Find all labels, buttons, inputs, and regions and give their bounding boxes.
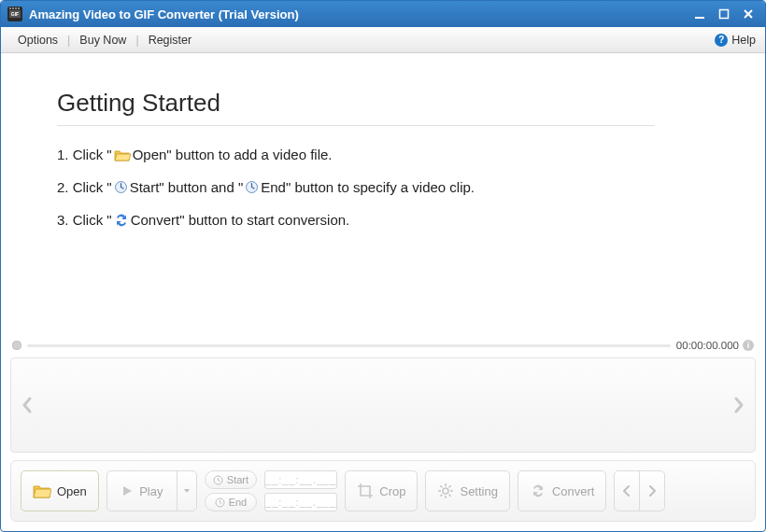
svg-rect-5 xyxy=(18,7,20,9)
filmstrip xyxy=(10,357,756,453)
svg-rect-8 xyxy=(720,10,729,19)
menu-register[interactable]: Register xyxy=(141,34,200,47)
filmstrip-prev[interactable] xyxy=(19,396,35,414)
step-1: 1. Click " Open" button to add a video f… xyxy=(57,147,709,162)
getting-started-heading: Getting Started xyxy=(57,89,709,118)
content-area: Getting Started 1. Click " Open" button … xyxy=(1,53,765,337)
convert-button[interactable]: Convert xyxy=(518,470,607,511)
help-label: Help xyxy=(731,34,756,47)
menu-help[interactable]: ? Help xyxy=(715,34,756,47)
play-label: Play xyxy=(139,484,163,498)
svg-line-20 xyxy=(449,485,451,487)
chevron-right-icon xyxy=(647,485,657,497)
help-icon: ? xyxy=(715,34,728,47)
step-3: 3. Click " Convert" button to start conv… xyxy=(57,212,709,228)
filmstrip-next[interactable] xyxy=(731,396,747,414)
titlebar: GIF Amazing Video to GIF Converter (Tria… xyxy=(1,1,765,27)
folder-open-icon xyxy=(33,483,51,498)
minimize-button[interactable] xyxy=(688,5,711,23)
svg-text:GIF: GIF xyxy=(11,11,19,17)
menu-options[interactable]: Options xyxy=(10,34,65,47)
prev-button[interactable] xyxy=(614,470,640,511)
svg-rect-3 xyxy=(12,7,14,9)
timeline-track[interactable] xyxy=(27,344,671,347)
start-end-fields: __:__:__.___ __:__:__.___ xyxy=(264,470,337,511)
end-time-field[interactable]: __:__:__.___ xyxy=(264,493,337,511)
timeline-time: 00:00:00.000 xyxy=(676,340,739,351)
open-button[interactable]: Open xyxy=(21,470,99,511)
start-end-buttons: Start End xyxy=(205,470,257,511)
convert-icon xyxy=(530,483,546,499)
next-button[interactable] xyxy=(639,470,665,511)
maximize-button[interactable] xyxy=(713,5,735,23)
chevron-down-icon xyxy=(182,486,192,496)
start-label: Start xyxy=(227,474,248,485)
menu-buy-now[interactable]: Buy Now xyxy=(72,34,134,47)
nav-buttons xyxy=(614,470,665,511)
svg-rect-4 xyxy=(15,7,17,9)
play-icon xyxy=(121,484,134,497)
start-button[interactable]: Start xyxy=(205,470,257,489)
heading-divider xyxy=(57,125,655,126)
crop-label: Crop xyxy=(379,484,405,498)
crop-icon xyxy=(357,483,374,499)
clock-start-icon xyxy=(114,180,128,194)
toolbar: Open Play Start End __:__:__.___ __:__:_… xyxy=(10,460,756,522)
timeline-playhead[interactable] xyxy=(12,341,21,350)
timeline: 00:00:00.000 i xyxy=(1,337,765,357)
clock-icon xyxy=(215,497,225,508)
clock-end-icon xyxy=(245,180,259,194)
play-button-group: Play xyxy=(106,470,197,511)
open-label: Open xyxy=(57,484,87,498)
info-icon[interactable]: i xyxy=(743,340,754,351)
window-title: Amazing Video to GIF Converter (Trial Ve… xyxy=(29,7,299,21)
chevron-left-icon xyxy=(622,485,631,497)
svg-line-21 xyxy=(441,495,443,497)
play-button[interactable]: Play xyxy=(106,470,177,511)
svg-point-13 xyxy=(443,488,448,494)
svg-line-18 xyxy=(441,485,443,487)
play-dropdown[interactable] xyxy=(177,470,197,511)
setting-button[interactable]: Setting xyxy=(425,470,509,511)
menubar: Options | Buy Now | Register ? Help xyxy=(1,27,765,53)
svg-line-19 xyxy=(449,495,451,497)
folder-open-icon xyxy=(114,148,131,161)
clock-icon xyxy=(213,475,223,485)
convert-icon xyxy=(114,213,129,228)
svg-rect-7 xyxy=(695,17,704,19)
gear-icon xyxy=(437,483,454,499)
convert-label: Convert xyxy=(552,484,595,498)
step-2: 2. Click " Start" button and " End" butt… xyxy=(57,179,709,195)
end-button[interactable]: End xyxy=(205,493,257,511)
app-icon: GIF xyxy=(7,6,23,22)
close-button[interactable] xyxy=(737,5,759,23)
start-time-field[interactable]: __:__:__.___ xyxy=(264,470,337,489)
svg-rect-2 xyxy=(9,7,11,9)
setting-label: Setting xyxy=(460,484,497,498)
end-label: End xyxy=(229,497,248,508)
crop-button[interactable]: Crop xyxy=(345,470,418,511)
